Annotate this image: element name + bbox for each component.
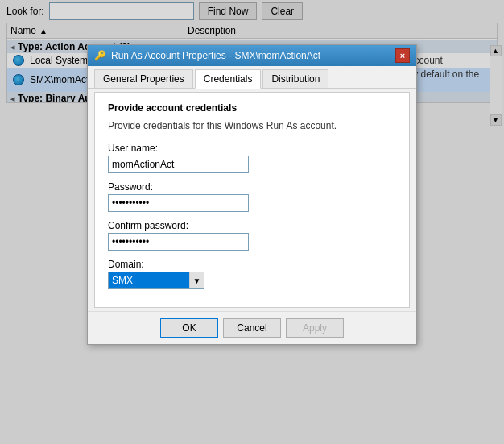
domain-label: Domain: xyxy=(108,259,396,270)
background-panel: Look for: Find Now Clear Name ▲ Descript… xyxy=(0,0,504,444)
tab-bar: General Properties Credentials Distribut… xyxy=(88,66,416,89)
section-desc: Provide credentials for this Windows Run… xyxy=(108,120,396,131)
domain-field-group: Domain: SMX ▼ xyxy=(108,259,396,289)
modal-overlay: 🔑 Run As Account Properties - SMX\momAct… xyxy=(0,0,504,444)
dialog: 🔑 Run As Account Properties - SMX\momAct… xyxy=(87,44,417,345)
tab-credentials[interactable]: Credentials xyxy=(195,69,262,89)
domain-dropdown-arrow[interactable]: ▼ xyxy=(189,272,204,288)
domain-value: SMX xyxy=(109,272,189,288)
password-field-group: Password: xyxy=(108,181,396,212)
cancel-button[interactable]: Cancel xyxy=(223,318,281,338)
confirm-password-field-group: Confirm password: xyxy=(108,220,396,251)
password-label: Password: xyxy=(108,181,396,193)
confirm-password-input[interactable] xyxy=(108,233,249,251)
dialog-titlebar: 🔑 Run As Account Properties - SMX\momAct… xyxy=(88,45,416,66)
username-input[interactable] xyxy=(108,156,249,173)
username-field-group: User name: xyxy=(108,143,396,173)
dialog-title-text: 🔑 Run As Account Properties - SMX\momAct… xyxy=(94,50,320,61)
tab-general-properties[interactable]: General Properties xyxy=(94,69,193,88)
dialog-close-button[interactable]: × xyxy=(395,48,410,63)
domain-dropdown[interactable]: SMX ▼ xyxy=(108,272,204,289)
confirm-password-label: Confirm password: xyxy=(108,220,396,231)
tab-distribution[interactable]: Distribution xyxy=(262,69,328,88)
section-title: Provide account credentials xyxy=(108,102,396,114)
dialog-content: Provide account credentials Provide cred… xyxy=(94,92,410,308)
password-input[interactable] xyxy=(108,194,249,212)
apply-button[interactable]: Apply xyxy=(286,318,344,338)
dialog-title: Run As Account Properties - SMX\momActio… xyxy=(111,50,320,61)
dialog-footer: OK Cancel Apply xyxy=(88,311,416,344)
dialog-run-icon: 🔑 xyxy=(94,50,106,61)
ok-button[interactable]: OK xyxy=(160,318,218,338)
username-label: User name: xyxy=(108,143,396,154)
